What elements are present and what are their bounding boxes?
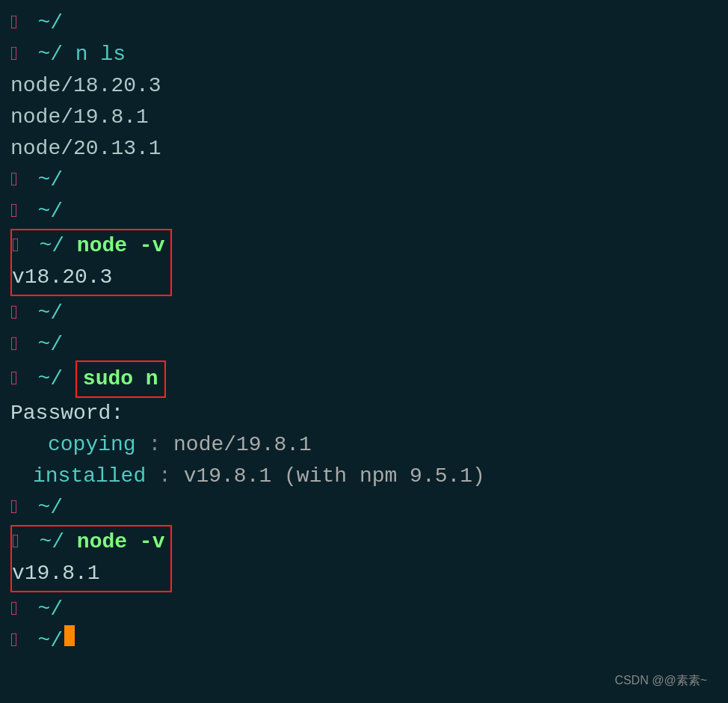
command-text: node -v <box>64 527 164 558</box>
prompt: ~/ <box>25 329 63 360</box>
terminal-line-1:  ~/ <box>10 7 718 39</box>
apple-icon:  <box>10 627 22 656</box>
terminal-line-15: installed : v19.8.1 (with npm 9.5.1) <box>10 461 718 492</box>
terminal-line-3: node/18.20.3 <box>10 70 718 102</box>
terminal-line-14: copying : node/19.8.1 <box>10 429 718 461</box>
output-text: node/18.20.3 <box>10 70 161 102</box>
terminal-line-2:  ~/ n ls <box>10 39 718 70</box>
apple-icon:  <box>10 494 22 523</box>
terminal-line-8:  ~/ node -v <box>12 230 164 262</box>
installed-label: installed <box>33 461 146 492</box>
prompt: ~/ <box>25 165 63 196</box>
sudo-cmd-text <box>63 363 75 395</box>
apple-icon:  <box>10 166 22 195</box>
terminal-line-4: node/19.8.1 <box>10 102 718 133</box>
copying-label: copying <box>48 429 136 461</box>
sudo-n-command: sudo n <box>75 360 166 398</box>
terminal-line-7:  ~/ <box>10 196 718 227</box>
output-text: v18.20.3 <box>12 262 112 293</box>
apple-icon:  <box>12 528 24 557</box>
apple-icon:  <box>10 197 22 227</box>
terminal-line-11:  ~/ <box>10 329 718 360</box>
bottom-label: CSDN @@素素~ <box>614 672 707 690</box>
terminal-line-12:  ~/ sudo n <box>10 360 718 398</box>
apple-icon:  <box>10 595 22 624</box>
copy-value: node/19.8.1 <box>161 429 312 461</box>
terminal-line-6:  ~/ <box>10 165 718 196</box>
colon: : <box>146 461 171 492</box>
cursor <box>64 625 75 646</box>
terminal-line-18: v19.8.1 <box>12 558 164 589</box>
terminal-window:  ~/  ~/ n ls node/18.20.3 node/19.8.1 … <box>10 7 718 696</box>
apple-icon:  <box>10 9 22 38</box>
install-value: v19.8.1 (with npm 9.5.1) <box>171 461 485 492</box>
apple-icon:  <box>12 232 24 261</box>
apple-icon:  <box>10 40 22 70</box>
terminal-line-19:  ~/ <box>10 594 718 625</box>
output-text: node/19.8.1 <box>10 102 149 133</box>
prompt: ~/ <box>25 298 63 329</box>
terminal-line-17:  ~/ node -v <box>12 527 164 558</box>
apple-icon:  <box>10 365 22 394</box>
prompt: ~/ <box>25 625 63 657</box>
prompt: ~/ <box>25 39 63 70</box>
prompt: ~/ <box>27 230 64 262</box>
command-text: node -v <box>64 230 164 262</box>
output-text: v19.8.1 <box>12 558 100 589</box>
output-text: node/20.13.1 <box>10 133 161 165</box>
prompt: ~/ <box>25 7 63 39</box>
password-label: Password: <box>10 398 123 429</box>
apple-icon:  <box>10 299 22 328</box>
terminal-line-16:  ~/ <box>10 492 718 524</box>
prompt: ~/ <box>25 363 63 395</box>
terminal-line-5: node/20.13.1 <box>10 133 718 165</box>
terminal-line-20:  ~/ <box>10 625 718 657</box>
prompt: ~/ <box>25 492 63 524</box>
apple-icon:  <box>10 331 22 360</box>
prompt: ~/ <box>27 527 64 558</box>
terminal-line-13: Password: <box>10 398 718 429</box>
prompt: ~/ <box>25 196 63 227</box>
terminal-line-9: v18.20.3 <box>12 262 164 293</box>
command-text: n ls <box>63 39 126 70</box>
prompt: ~/ <box>25 594 63 625</box>
terminal-line-10:  ~/ <box>10 298 718 329</box>
colon: : <box>136 429 161 461</box>
